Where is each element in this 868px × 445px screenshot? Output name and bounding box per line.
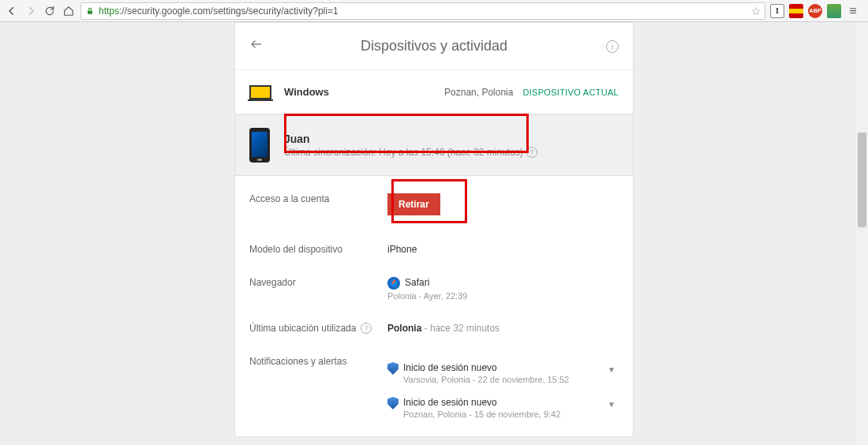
- current-device-badge: DISPOSITIVO ACTUAL: [522, 88, 619, 97]
- value-last-location: Polonia - hace 32 minutos: [387, 323, 619, 334]
- extension-abp-icon[interactable]: ABP: [808, 4, 822, 18]
- label-notifications: Notificaciones y alertas: [249, 356, 387, 367]
- value-device-model: iPhone: [387, 244, 619, 255]
- scrollbar-track[interactable]: [856, 22, 868, 445]
- forward-button[interactable]: [24, 4, 38, 18]
- extension-profile-icon[interactable]: [827, 4, 841, 18]
- lock-icon: [84, 6, 95, 17]
- scrollbar-thumb[interactable]: [858, 133, 866, 227]
- page-title: Dispositivos y actividad: [361, 38, 507, 54]
- label-device-model: Modelo del dispositivo: [249, 244, 387, 255]
- label-account-access: Acceso a la cuenta: [249, 193, 387, 204]
- current-device-row[interactable]: Windows Poznan, Polonia DISPOSITIVO ACTU…: [235, 70, 633, 114]
- label-last-location: Última ubicación utilizada ?: [249, 323, 387, 334]
- browser-sub: Polonia - Ayer, 22:39: [387, 291, 619, 301]
- url-scheme: https: [99, 6, 119, 17]
- value-notifications: Inicio de sesión nuevo Varsovia, Polonia…: [387, 356, 619, 425]
- row-account-access: Acceso a la cuenta Retirar: [249, 176, 619, 233]
- row-last-location: Última ubicación utilizada ? Polonia - h…: [249, 312, 619, 345]
- browser-toolbar: https://security.google.com/settings/sec…: [0, 0, 868, 22]
- extension-instapaper-icon[interactable]: I: [770, 4, 784, 18]
- location-sub: - hace 32 minutos: [421, 323, 499, 334]
- device-text-block: Juan Última sincronización: Hoy a las 15…: [284, 133, 537, 158]
- info-icon[interactable]: i: [606, 39, 619, 54]
- remove-button[interactable]: Retirar: [387, 193, 440, 215]
- card-header: Dispositivos y actividad i: [235, 23, 633, 70]
- notification-item[interactable]: Inicio de sesión nuevo Poznan, Polonia -…: [387, 391, 619, 425]
- device-sync-label: Última sincronización: Hoy a las 15:40 (…: [284, 147, 523, 158]
- chevron-down-icon[interactable]: ▼: [604, 362, 619, 377]
- row-notifications: Notificaciones y alertas Inicio de sesió…: [249, 345, 619, 436]
- row-device-model: Modelo del dispositivo iPhone: [249, 233, 619, 266]
- value-account-access: Retirar: [387, 193, 619, 215]
- reload-button[interactable]: [43, 4, 57, 18]
- page-background: Dispositivos y actividad i Windows Pozna…: [0, 22, 868, 445]
- bookmark-star-icon[interactable]: ☆: [751, 5, 761, 17]
- current-device-location: Poznan, Polonia: [444, 87, 513, 98]
- shield-icon: [387, 362, 398, 375]
- chevron-down-icon[interactable]: ▼: [604, 397, 619, 412]
- extension-flag-icon[interactable]: [789, 4, 803, 18]
- url-domain: ://security.google.com: [119, 6, 211, 17]
- help-icon[interactable]: ?: [526, 147, 537, 158]
- url-path: /settings/security/activity?pli=1: [211, 6, 339, 17]
- address-bar[interactable]: https://security.google.com/settings/sec…: [80, 2, 765, 20]
- notification-title: Inicio de sesión nuevo: [403, 397, 604, 408]
- label-last-location-text: Última ubicación utilizada: [249, 323, 356, 334]
- current-device-info: Poznan, Polonia DISPOSITIVO ACTUAL: [444, 87, 619, 98]
- svg-rect-0: [88, 10, 92, 13]
- notification-title: Inicio de sesión nuevo: [403, 362, 604, 373]
- phone-icon: [249, 128, 270, 163]
- notification-sub: Varsovia, Polonia - 22 de noviembre, 15:…: [403, 375, 604, 384]
- details-panel: Acceso a la cuenta Retirar Modelo del di…: [235, 176, 633, 436]
- security-card: Dispositivos y actividad i Windows Pozna…: [234, 22, 634, 437]
- current-device-name: Windows: [284, 86, 329, 98]
- device-name: Juan: [284, 133, 537, 145]
- back-button[interactable]: [5, 4, 19, 18]
- label-browser: Navegador: [249, 277, 387, 288]
- shield-icon: [387, 397, 398, 409]
- browser-name: Safari: [405, 277, 429, 288]
- laptop-icon: [249, 85, 271, 99]
- help-icon[interactable]: ?: [361, 323, 372, 334]
- notification-sub: Poznan, Polonia - 15 de noviembre, 9:42: [403, 409, 604, 419]
- expanded-device-header[interactable]: Juan Última sincronización: Hoy a las 15…: [235, 114, 633, 176]
- back-arrow-icon[interactable]: [249, 37, 264, 55]
- device-sync-text: Última sincronización: Hoy a las 15:40 (…: [284, 147, 537, 158]
- location-value: Polonia: [387, 323, 421, 334]
- row-browser: Navegador Safari Polonia - Ayer, 22:39: [249, 266, 619, 312]
- home-button[interactable]: [62, 4, 76, 18]
- notification-item[interactable]: Inicio de sesión nuevo Varsovia, Polonia…: [387, 356, 619, 391]
- value-browser: Safari Polonia - Ayer, 22:39: [387, 277, 619, 301]
- chrome-menu-icon[interactable]: ≡: [846, 4, 860, 18]
- safari-icon: [387, 277, 400, 290]
- toolbar-extensions: I ABP ≡: [770, 4, 863, 18]
